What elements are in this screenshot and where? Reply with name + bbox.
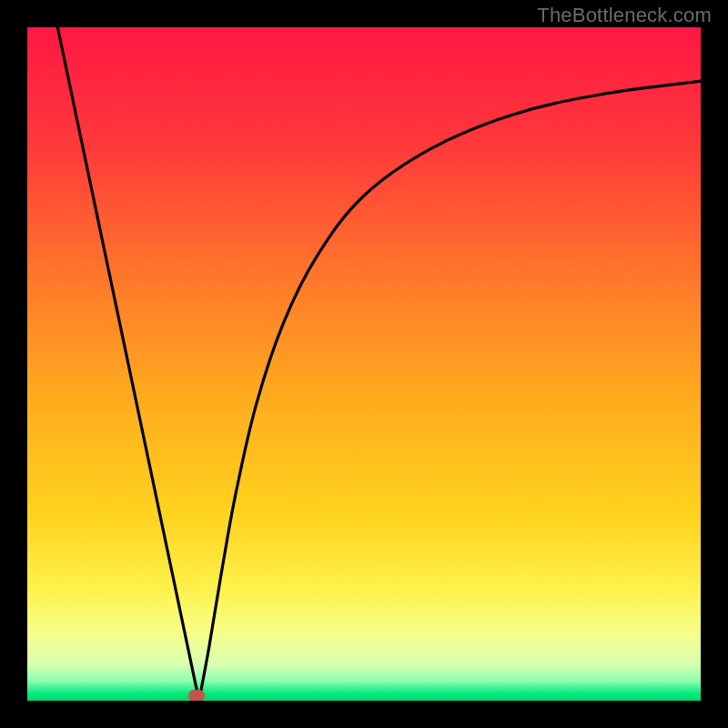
- watermark-text: TheBottleneck.com: [537, 4, 712, 27]
- bottleneck-curve: [27, 27, 701, 701]
- chart-frame: TheBottleneck.com: [0, 0, 728, 728]
- optimal-marker: [188, 690, 205, 701]
- plot-area: [27, 27, 701, 701]
